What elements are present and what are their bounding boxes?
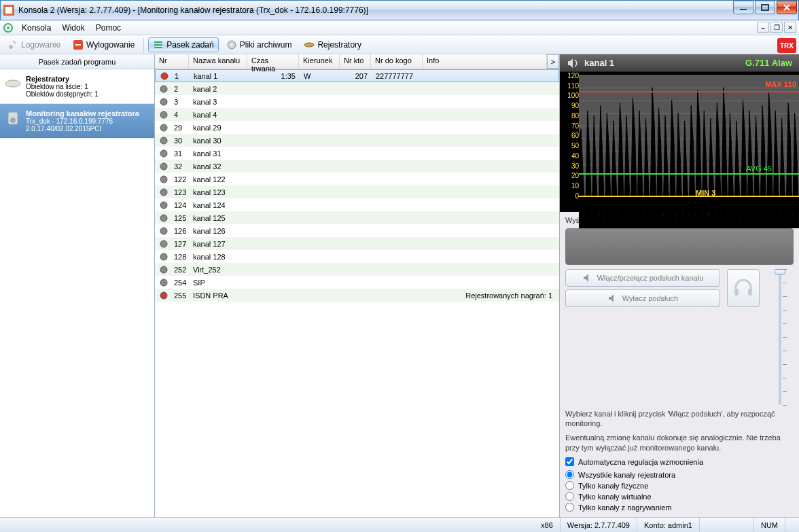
table-row[interactable]: 125 kanal 125	[155, 211, 559, 224]
col-info[interactable]: Info	[423, 54, 547, 69]
recording-display	[565, 228, 794, 265]
svg-rect-2	[740, 9, 747, 10]
filter-radio[interactable]: Wszystkie kanały rejestratora	[565, 470, 794, 479]
table-row[interactable]: 2 kanal 2	[155, 82, 559, 95]
channel-list: Nr Nazwa kanału Czas trwania Kierunek Nr…	[155, 54, 560, 517]
sidebar-item[interactable]: Monitoring kanałów rejestratoraTrx_dok -…	[0, 104, 154, 139]
svg-point-18	[10, 118, 16, 123]
app-small-icon	[3, 22, 14, 33]
filter-radio[interactable]: Tylko kanały wirtualne	[565, 492, 794, 501]
filter-radio[interactable]: Tylko kanały fizyczne	[565, 481, 794, 490]
svg-point-35	[160, 279, 167, 286]
agc-checkbox[interactable]: Automatyczna regulacja wzmocnienia	[565, 457, 794, 466]
max-label: MAX 110	[765, 80, 796, 88]
svg-rect-38	[748, 289, 752, 296]
col-nr[interactable]: Nr	[155, 54, 189, 69]
list-icon	[153, 39, 164, 50]
svg-point-32	[160, 241, 167, 247]
svg-point-21	[160, 99, 167, 105]
taskbar-button[interactable]: Pasek zadań	[148, 37, 218, 52]
taskbar-label: Pasek zadań	[166, 40, 213, 50]
toolbar: Logowanie Wylogowanie Pasek zadań Pliki …	[0, 35, 799, 54]
col-dur[interactable]: Czas trwania	[247, 54, 299, 69]
col-to[interactable]: Nr do kogo	[371, 54, 423, 69]
record-active-icon	[159, 291, 168, 300]
close-button[interactable]	[777, 1, 797, 14]
table-row[interactable]: 123 kanal 123	[155, 185, 559, 198]
menu-widok[interactable]: Widok	[56, 22, 90, 34]
stop-listen-label: Wyłacz podsłuch	[622, 294, 678, 302]
table-row[interactable]: 126 kanal 126	[155, 224, 559, 237]
speaker-small-icon	[582, 272, 593, 283]
svg-point-27	[160, 176, 167, 183]
maximize-button[interactable]	[755, 1, 775, 14]
filter-radio-input[interactable]	[565, 481, 574, 490]
headphones-icon	[732, 277, 755, 300]
stop-icon	[73, 39, 84, 50]
table-row[interactable]: 124 kanal 124	[155, 198, 559, 211]
table-row[interactable]: 127 kanal 127	[155, 237, 559, 250]
svg-point-20	[160, 86, 167, 92]
disc-icon	[226, 39, 237, 50]
mdi-close[interactable]: ✕	[784, 22, 796, 33]
table-row[interactable]: 29 kanal 29	[155, 121, 559, 134]
svg-rect-1	[5, 7, 12, 14]
table-row[interactable]: 254 SIP	[155, 276, 559, 289]
brand-logo: TRX	[777, 38, 796, 53]
filter-radio-input[interactable]	[565, 503, 574, 512]
table-row[interactable]: 31 kanal 31	[155, 147, 559, 160]
stop-listen-button[interactable]: Wyłacz podsłuch	[565, 289, 720, 307]
menu-konsola[interactable]: Konsola	[16, 22, 56, 34]
table-row[interactable]: 255 ISDN PRA Rejestrowanych nagrań: 1	[155, 289, 559, 302]
chart-codec: G.711 Alaw	[745, 58, 792, 68]
sidebar-item[interactable]: RejestratoryObiektów na liście: 1Obiektó…	[0, 69, 154, 104]
record-idle-icon	[159, 278, 168, 287]
table-row[interactable]: 4 kanal 4	[155, 108, 559, 121]
logout-button[interactable]: Wylogowanie	[68, 37, 139, 52]
minimize-button[interactable]	[733, 1, 753, 14]
svg-point-15	[304, 43, 314, 47]
volume-slider[interactable]	[766, 269, 794, 405]
mdi-restore[interactable]: ❐	[770, 22, 783, 33]
svg-point-34	[160, 266, 167, 273]
filter-radio[interactable]: Tylko kanały z nagrywaniem	[565, 503, 794, 512]
table-row[interactable]: 3 kanal 3	[155, 95, 559, 108]
mdi-minimize[interactable]: ‒	[757, 22, 769, 33]
help-text-2: Ewentualną zmianę kanału dokonuje się an…	[565, 433, 794, 453]
filter-radio-input[interactable]	[565, 470, 574, 479]
device-icon	[304, 39, 315, 50]
table-row[interactable]: 1 kanal 1 1:35 W 207 227777777	[155, 69, 559, 82]
svg-point-22	[160, 111, 167, 118]
device-icon	[4, 75, 22, 92]
table-row[interactable]: 32 kanal 32	[155, 160, 559, 173]
col-dir[interactable]: Kierunek	[299, 54, 340, 69]
listen-button[interactable]: Włącz/przełącz podsłuch kanału	[565, 269, 720, 287]
recorders-button[interactable]: Rejestratory	[299, 37, 366, 52]
level-chart: kanal 1 G.711 Alaw 120110100908070605040…	[560, 54, 799, 212]
table-row[interactable]: 30 kanal 30	[155, 134, 559, 147]
record-idle-icon	[159, 188, 168, 197]
archive-button[interactable]: Pliki archiwum	[221, 37, 297, 52]
status-version: Wersja: 2.7.77.409	[561, 518, 637, 532]
agc-input[interactable]	[565, 457, 574, 466]
svg-rect-37	[734, 289, 739, 296]
svg-point-29	[160, 202, 167, 209]
table-row[interactable]: 122 kanal 122	[155, 173, 559, 185]
col-who[interactable]: Nr kto	[340, 54, 371, 69]
col-name[interactable]: Nazwa kanału	[189, 54, 247, 69]
record-idle-icon	[159, 252, 168, 262]
menu-pomoc[interactable]: Pomoc	[90, 22, 126, 34]
login-button[interactable]: Logowanie	[3, 37, 65, 52]
table-row[interactable]: 252 Virt_252	[155, 263, 559, 276]
max-line	[579, 91, 799, 92]
avg-line	[579, 173, 799, 175]
scroll-right-button[interactable]: >	[547, 54, 559, 69]
speaker-mute-icon	[607, 293, 618, 304]
logout-label: Wylogowanie	[86, 40, 135, 50]
filter-radio-input[interactable]	[565, 492, 574, 501]
sidebar: Pasek zadań programu RejestratoryObiektó…	[0, 54, 155, 517]
titlebar: Konsola 2 (Wersja: 2.7.77.409) - [Monito…	[0, 0, 799, 20]
avg-label: AVG 45	[746, 164, 772, 173]
table-row[interactable]: 128 kanal 128	[155, 250, 559, 263]
svg-rect-7	[12, 40, 16, 44]
